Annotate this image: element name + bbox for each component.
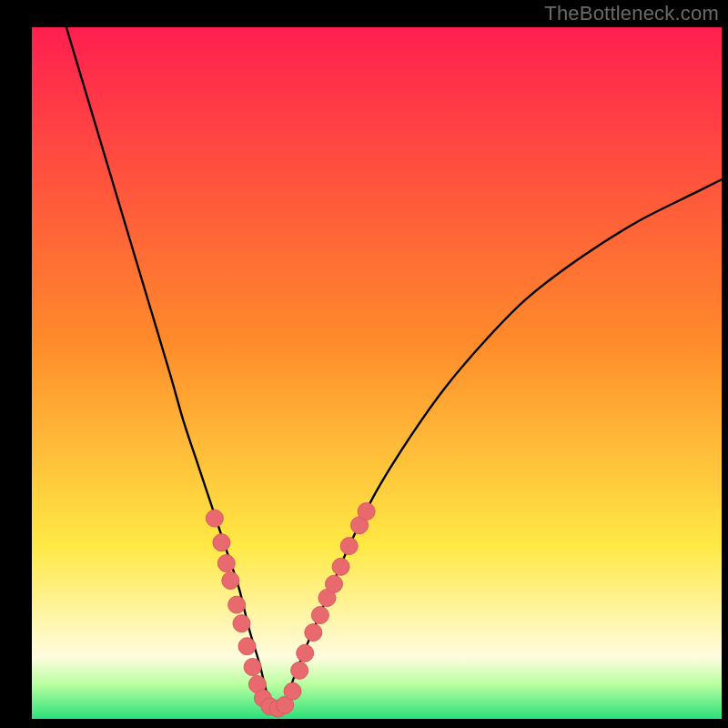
curve-marker bbox=[233, 615, 250, 632]
chart-frame: TheBottleneck.com bbox=[0, 0, 728, 728]
curve-marker bbox=[244, 659, 261, 676]
plot-area bbox=[32, 27, 722, 719]
bottleneck-chart bbox=[32, 27, 722, 719]
curve-marker bbox=[358, 503, 375, 521]
curve-marker bbox=[311, 607, 329, 624]
curve-marker bbox=[326, 575, 343, 592]
gradient-background bbox=[32, 27, 722, 719]
curve-marker bbox=[238, 638, 256, 655]
curve-marker bbox=[297, 644, 314, 662]
watermark-text: TheBottleneck.com bbox=[544, 2, 719, 25]
curve-marker bbox=[206, 510, 223, 527]
curve-marker bbox=[222, 572, 239, 590]
curve-marker bbox=[228, 596, 246, 613]
curve-marker bbox=[305, 624, 322, 642]
curve-marker bbox=[217, 555, 235, 572]
curve-marker bbox=[291, 662, 308, 679]
curve-marker bbox=[332, 558, 349, 575]
curve-marker bbox=[340, 538, 358, 555]
curve-marker bbox=[213, 534, 230, 551]
curve-marker bbox=[284, 682, 301, 700]
